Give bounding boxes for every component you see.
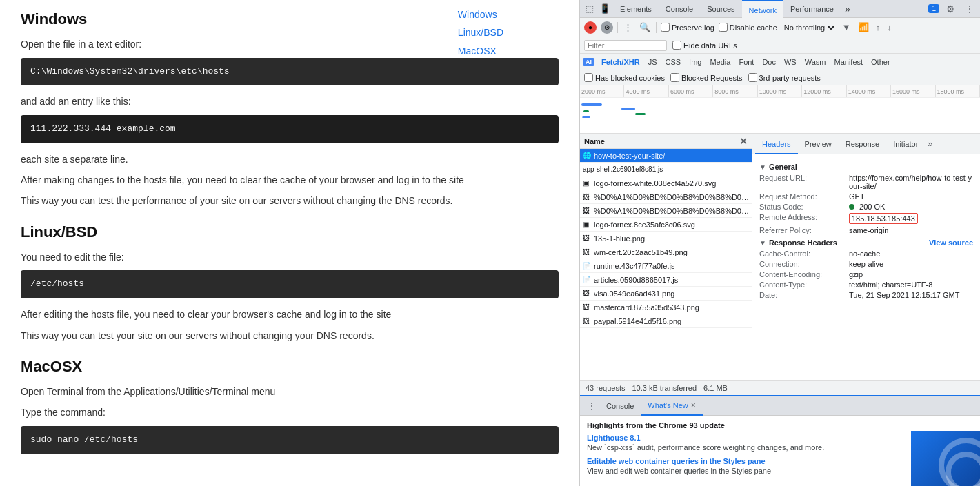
preserve-log-checkbox[interactable]: Preserve log [661,23,714,32]
request-item-9[interactable]: 📄 articles.0590d8865017.js [580,273,752,287]
whatsnew-close-button[interactable]: × [691,396,696,415]
request-item-7[interactable]: 🖼 wm-cert.20c2aac51b49.png [580,245,752,259]
ai-badge: AI [583,58,594,66]
blocked-requests-check[interactable]: Blocked Requests [670,73,743,82]
request-item-1[interactable]: app-shell.2c6901ef8c81.js [580,163,752,176]
type-fetch-xhr[interactable]: Fetch/XHR [597,54,644,70]
details-tabs: Headers Preview Response Initiator » [752,134,980,154]
img-icon-12: 🖼 [583,317,591,325]
request-url-row: Request URL: https://fornex.com/help/how… [759,174,973,190]
timeline-chart [580,98,980,134]
request-item-3[interactable]: 🖼 %D0%A1%D0%BD%D0%B8%D0%B8%D0%B... [580,190,752,204]
type-font[interactable]: Font [734,54,758,70]
date-row: Date: Tue, 21 Sep 2021 12:15:17 GMT [759,291,973,299]
type-ws[interactable]: WS [780,54,801,70]
third-party-check[interactable]: 3rd-party requests [748,73,821,82]
request-item-8[interactable]: 📄 runtime.43c47f77a0fe.js [580,259,752,273]
inspect-icon[interactable]: ⬚ [583,2,597,15]
waterfall-bar-3 [582,116,590,118]
nav-windows[interactable]: Windows [458,7,503,22]
date-value: Tue, 21 Sep 2021 12:15:17 GMT [849,291,959,299]
type-manifest[interactable]: Manifest [830,54,867,70]
device-icon[interactable]: 📱 [597,2,613,15]
hide-data-urls-check[interactable]: Hide data URLs [672,41,737,50]
has-blocked-cookies-check[interactable]: Has blocked cookies [584,73,665,82]
request-item-5[interactable]: ▣ logo-fornex.8ce35afc8c06.svg [580,218,752,232]
request-method-value: GET [849,192,865,201]
timeline-area[interactable]: 2000 ms 4000 ms 6000 ms 8000 ms 10000 ms… [580,85,980,134]
request-name-11: mastercard.8755a35d5343.png [594,303,699,312]
request-item-4[interactable]: 🖼 %D0%A1%D0%BD%D0%B8%D0%B8%D0%B... [580,204,752,218]
filter-icon[interactable]: ⋮ [622,21,634,34]
bottom-tab-whatsnew[interactable]: What's New × [641,396,702,416]
throttling-select[interactable]: No throttling [781,23,837,32]
tick-6000: 6000 ms [669,85,713,97]
type-img[interactable]: Img [685,54,706,70]
bottom-panel: ⋮ Console What's New × Highlights from t… [580,395,980,486]
details-tab-headers[interactable]: Headers [755,134,798,154]
throttle-arrow-icon[interactable]: ▼ [841,21,852,34]
request-item-6[interactable]: 🖼 135-1-blue.png [580,232,752,245]
third-party-input[interactable] [748,73,757,82]
disable-cache-input[interactable] [719,23,728,32]
request-item-0[interactable]: 🌐 how-to-test-your-site/ [580,149,752,163]
type-js[interactable]: JS [644,54,661,70]
details-tab-initiator[interactable]: Initiator [886,134,925,154]
response-headers-arrow-icon[interactable]: ▼ [759,239,766,247]
stop-button[interactable]: ⊘ [601,21,613,34]
tab-sources[interactable]: Sources [700,0,741,18]
bottom-more-icon[interactable]: ⋮ [584,399,599,413]
type-media[interactable]: Media [706,54,734,70]
tab-more[interactable]: » [841,3,854,14]
details-tab-more[interactable]: » [928,139,932,149]
request-item-10[interactable]: 🖼 visa.0549ea6ad431.png [580,287,752,301]
settings-icon[interactable]: ⚙ [943,2,958,16]
nav-linux[interactable]: Linux/BSD [458,25,503,40]
search-icon[interactable]: 🔍 [638,21,652,34]
tab-performance[interactable]: Performance [783,0,841,18]
request-name-3: %D0%A1%D0%BD%D0%B8%D0%B8%D0%B... [594,193,749,201]
general-section-title: ▼ General [759,163,973,171]
filter-input[interactable] [584,40,667,51]
request-item-12[interactable]: 🖼 paypal.5914e41d5f16.png [580,314,752,328]
preserve-log-input[interactable] [661,23,670,32]
cache-control-value: no-cache [849,250,880,258]
bottom-tab-bar: ⋮ Console What's New × [580,396,980,416]
details-tab-response[interactable]: Response [839,134,887,154]
hide-data-urls-input[interactable] [672,41,681,50]
status-code-row: Status Code: 200 OK [759,203,973,211]
type-doc[interactable]: Doc [758,54,780,70]
macosx-p1: Type the command: [21,405,559,420]
nav-macosx[interactable]: MacOSX [458,43,503,59]
tab-console[interactable]: Console [659,0,700,18]
upload-icon: ↑ [874,21,882,34]
type-other[interactable]: Other [867,54,894,70]
tab-network[interactable]: Network [742,0,783,18]
windows-p1: each site a separate line. [21,152,559,167]
remote-address-value: 185.18.53.185:443 [849,213,918,224]
preserve-log-label: Preserve log [672,23,714,32]
tab-elements[interactable]: Elements [613,0,659,18]
record-button[interactable]: ● [584,21,597,34]
blocked-requests-input[interactable] [670,73,679,82]
waterfall-bar-4 [621,108,635,110]
close-details-button[interactable]: ✕ [739,136,748,147]
request-item-2[interactable]: ▣ logo-fornex-white.038ecf4a5270.svg [580,176,752,190]
view-source-link[interactable]: View source [929,239,973,247]
type-css[interactable]: CSS [661,54,685,70]
more-options-icon[interactable]: ⋮ [962,2,977,16]
type-wasm[interactable]: Wasm [801,54,830,70]
response-headers-section-title: ▼ Response Headers View source [759,239,973,247]
request-method-key: Request Method: [759,192,849,201]
status-dot [849,204,854,210]
request-item-11[interactable]: 🖼 mastercard.8755a35d5343.png [580,301,752,314]
disable-cache-checkbox[interactable]: Disable cache [719,23,777,32]
has-blocked-cookies-input[interactable] [584,73,593,82]
general-arrow-icon[interactable]: ▼ [759,163,766,171]
waterfall-bar-5 [635,113,646,115]
details-tab-preview[interactable]: Preview [798,134,839,154]
windows-code2: 111.222.333.444 example.com [21,115,559,143]
connection-value: keep-alive [849,260,883,268]
bottom-tab-console[interactable]: Console [599,396,641,416]
windows-code1: C:\Windows\System32\drivers\etc\hosts [21,58,559,86]
